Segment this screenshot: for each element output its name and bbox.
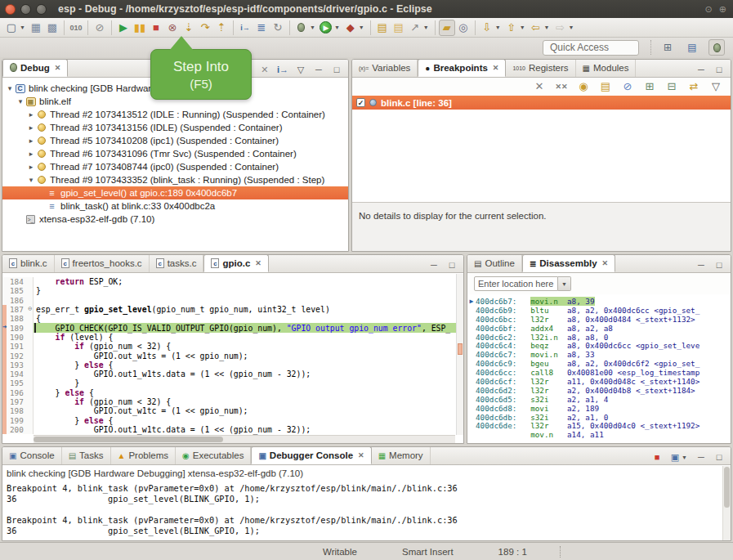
minimize-icon[interactable]: ─ (695, 258, 708, 272)
close-icon[interactable]: ✕ (255, 259, 261, 267)
disassembly-line[interactable]: 400dc6de: l32r a15, 0x400d04c0 <_stext+1… (467, 421, 731, 430)
last-edit-location-button[interactable]: ⇩▼ (479, 20, 503, 36)
disassembly-line[interactable]: 400dc6d8: movi a2, 189 (467, 404, 731, 413)
tab-tasks[interactable]: ▤Tasks (62, 446, 111, 464)
step-over-icon[interactable]: ↷ (197, 20, 213, 36)
open-perspective-button[interactable]: ⊞ (659, 39, 676, 56)
disassembly-line[interactable]: 400dc6d5: s32i a2, a1, 4 (467, 395, 731, 404)
code-line[interactable]: 197 if (gpio_num < 32) { (2, 397, 463, 406)
display-selected-console-dropdown-icon[interactable]: ▼ (682, 455, 687, 460)
code-line[interactable]: 187⊖esp_err_t gpio_set_level(gpio_num_t … (2, 305, 463, 314)
view-menu-button[interactable]: ▽ (708, 78, 724, 95)
expand-all-icon[interactable]: ⊞ (641, 78, 658, 95)
maximize-icon[interactable]: □ (330, 62, 343, 77)
skip-all-breakpoints-button[interactable]: ⊘ (92, 20, 108, 36)
code-text[interactable]: { (34, 314, 463, 323)
tree-item[interactable]: ▸Thread #7 1073408744 (ipc0) (Suspended … (2, 160, 348, 173)
tree-item[interactable]: ▸Thread #2 1073413512 (IDLE : Running) (… (2, 108, 348, 121)
launch-target-icon[interactable]: ↗ (407, 20, 423, 36)
editor-gutter[interactable]: 188 (2, 314, 34, 323)
code-line[interactable]: 184 return ESP_OK; (2, 277, 463, 286)
terminate-icon[interactable]: ■ (148, 20, 164, 36)
editor-gutter[interactable]: 196 (2, 388, 34, 397)
editor-gutter[interactable]: 197 (2, 397, 34, 406)
maximize-icon[interactable]: □ (713, 62, 726, 77)
disassembly-listing[interactable]: ▶400dc6b7: movi.n a8, 39400dc6b9: bltu a… (467, 295, 731, 443)
code-text[interactable]: GPIO_CHECK(GPIO_IS_VALID_OUTPUT_GPIO(gpi… (34, 323, 463, 332)
close-icon[interactable]: ✕ (55, 64, 61, 72)
disassembly-line[interactable]: ▶400dc6b7: movi.n a8, 39 (467, 297, 731, 306)
tree-expander-icon[interactable]: ▾ (27, 176, 35, 184)
tab-modules[interactable]: ▦Modules (576, 59, 637, 77)
disassembly-line[interactable]: 400dc6cf: l32r a11, 0x400d048c <_stext+1… (467, 377, 731, 386)
binary-artifact-button[interactable]: 010 (68, 20, 84, 36)
editor-gutter[interactable]: 191 (2, 342, 34, 351)
show-breakpoints-supported-button[interactable]: ◉ (575, 78, 592, 95)
disconnect-button[interactable]: ⊗ (164, 20, 181, 36)
maximize-icon[interactable]: □ (713, 450, 726, 464)
open-resource-button[interactable]: ▤ (391, 20, 407, 36)
tree-expander-icon[interactable]: ▾ (16, 97, 25, 105)
back-button[interactable]: ⇦▼ (528, 20, 552, 36)
tree-expander-icon[interactable]: ▸ (27, 163, 35, 171)
remove-all-breakpoints-button[interactable]: ✕✕ (553, 78, 570, 95)
disassembly-line[interactable]: 400dc6c9: bgeu a8, a2, 0x400dc6f2 <gpio_… (467, 359, 731, 368)
skip-all-breakpoints-icon[interactable]: ⊘ (92, 20, 108, 36)
instruction-stepping-mode-button[interactable]: i→ (276, 62, 289, 77)
fold-icon[interactable]: ⊖ (28, 305, 32, 312)
use-step-filters-icon[interactable]: ≣ (253, 20, 270, 36)
code-text[interactable]: if (gpio_num < 32) { (34, 342, 463, 351)
suspend-icon[interactable]: ▮▮ (132, 20, 148, 36)
close-icon[interactable]: ✕ (358, 451, 364, 459)
editor-gutter[interactable]: 187⊖ (2, 305, 34, 314)
debug-perspective-icon[interactable] (708, 39, 725, 56)
restart-icon[interactable]: ↻ (270, 20, 286, 36)
code-line[interactable]: 192 GPIO.out_w1ts = (1 << gpio_num); (2, 351, 463, 360)
code-text[interactable]: } else { (34, 415, 463, 424)
save-all-icon[interactable]: ▩ (44, 20, 60, 36)
tab-registers[interactable]: 1010Registers (506, 59, 575, 77)
editor-gutter[interactable]: 200 (2, 425, 34, 434)
previous-edit-button[interactable]: ⇧▼ (503, 20, 528, 36)
step-return-icon[interactable]: ⇡ (213, 20, 230, 36)
editor-gutter[interactable]: 192 (2, 351, 34, 360)
previous-edit-icon[interactable]: ⇧ (503, 20, 520, 36)
code-line[interactable]: 199 } else { (2, 415, 463, 424)
forward-dropdown-icon[interactable]: ▼ (569, 25, 574, 30)
minimize-button[interactable]: ─ (695, 450, 708, 464)
editor-gutter[interactable]: 193 (2, 361, 34, 370)
disconnect-icon[interactable]: ⊗ (164, 20, 181, 36)
annotation-marker[interactable] (458, 343, 463, 355)
code-text[interactable]: return ESP_OK; (34, 277, 463, 286)
tab-breakpoints[interactable]: ●Breakpoints✕ (418, 59, 506, 77)
code-text[interactable]: } else { (34, 388, 463, 397)
maximize-icon[interactable]: □ (713, 258, 726, 272)
tab-executables[interactable]: ◉Executables (176, 446, 251, 464)
window-maximize-button[interactable] (36, 4, 47, 15)
step-over-button[interactable]: ↷ (197, 20, 213, 36)
code-text[interactable]: GPIO.out_w1ts = (1 << gpio_num); (34, 351, 463, 360)
remove-all-breakpoints-icon[interactable]: ✕✕ (553, 78, 570, 95)
launch-target-dropdown-icon[interactable]: ▼ (423, 25, 429, 30)
save-icon[interactable]: ▦ (28, 20, 44, 36)
mark-occurrences-icon[interactable]: ▰ (439, 20, 455, 36)
code-text[interactable]: if (level) { (34, 333, 463, 342)
overview-ruler[interactable] (456, 274, 463, 435)
code-text[interactable]: if (gpio_num < 32) { (34, 397, 463, 406)
code-text[interactable]: GPIO.out_w1tc = (1 << gpio_num); (34, 406, 463, 415)
run-button[interactable]: ▶▼ (318, 20, 342, 36)
maximize-button[interactable]: □ (713, 450, 726, 464)
disassembly-line[interactable]: 400dc6bc: l32r a8, 0x400d0484 <_stext+11… (467, 315, 731, 324)
maximize-button[interactable]: □ (330, 62, 343, 77)
tab-debug[interactable]: Debug ✕ (2, 59, 68, 77)
remove-breakpoint-button[interactable]: ✕ (531, 78, 548, 95)
disassembly-line[interactable]: 400dc6cc: call8 0x40081e00 <esp_log_time… (467, 368, 731, 377)
tree-item[interactable]: ▸Thread #3 1073413156 (IDLE) (Suspended … (2, 121, 348, 134)
tab-freertos-hooks-c[interactable]: cfreertos_hooks.c (55, 254, 150, 272)
console-scrollbar[interactable] (722, 466, 731, 540)
external-tools-dropdown-icon[interactable]: ▼ (359, 25, 364, 30)
step-into-button[interactable]: ⇣ (181, 20, 197, 36)
editor-gutter[interactable]: 194 (2, 370, 34, 379)
minimize-icon[interactable]: ─ (695, 62, 708, 77)
open-resource-icon[interactable]: ▤ (391, 20, 407, 36)
